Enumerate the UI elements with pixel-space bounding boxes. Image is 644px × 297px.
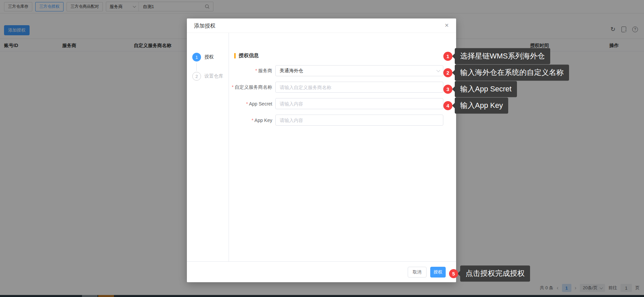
cancel-button[interactable]: 取消 [408,267,427,278]
provider-label: 服务商 [258,68,272,73]
section-accent-bar [234,53,236,58]
app-key-label: App Key [254,118,272,123]
custom-provider-name-input[interactable] [280,85,439,90]
form-row-app-secret: *App Secret [230,98,443,109]
step-badge-2: 2 [443,68,452,77]
custom-provider-name-label: 自定义服务商名称 [235,84,272,90]
provider-select-value: 美通海外仓 [280,68,436,74]
modal-header: 添加授权 × [187,18,456,33]
step-1-label: 授权 [204,54,214,60]
modal-footer: 取消 授权 [187,261,456,282]
step-set-warehouse: 2 设置仓库 [192,72,223,81]
tooltip-app-secret: 输入App Secret [455,81,517,97]
provider-select[interactable]: 美通海外仓 [275,65,443,76]
chevron-down-icon [436,68,440,72]
required-asterisk: * [246,101,248,107]
form-row-app-key: *App Key [230,115,443,126]
step-badge-5: 5 [449,269,458,278]
section-header: 授权信息 [234,52,259,59]
required-asterisk: * [252,118,253,123]
tooltip-custom-name: 输入海外仓在系统的自定义名称 [455,65,569,81]
authorize-button[interactable]: 授权 [430,267,446,278]
step-connector-line [196,63,197,71]
app-secret-label: App Secret [249,101,272,107]
step-badge-1: 1 [443,52,452,61]
step-badge-4: 4 [443,101,452,110]
required-asterisk: * [232,84,234,90]
tooltip-select-provider: 选择星链WMS系列海外仓 [455,48,550,64]
add-authorization-modal: 添加授权 × 1 授权 2 设置仓库 授权信息 *服务商 美通海外仓 [187,18,456,282]
tooltip-confirm-authorize: 点击授权完成授权 [460,265,530,282]
tooltip-app-key: 输入App Key [455,97,508,114]
modal-body: 1 授权 2 设置仓库 授权信息 *服务商 美通海外仓 *自定义服务商名称 [187,33,456,261]
modal-title: 添加授权 [194,18,215,33]
step-authorization: 1 授权 [192,53,214,61]
form-row-custom-provider-name: *自定义服务商名称 [230,82,443,93]
app-key-input[interactable] [280,118,439,123]
step-1-circle: 1 [192,53,201,61]
step-2-label: 设置仓库 [204,73,223,79]
step-2-circle: 2 [192,72,201,81]
close-icon[interactable]: × [445,22,449,29]
step-badge-3: 3 [443,85,452,94]
screen: 三方仓库存 三方仓授权 三方仓商品配对 服务商 添加授权 ↻ ? ? 账号ID … [0,0,644,297]
required-asterisk: * [255,68,257,73]
form-row-provider: *服务商 美通海外仓 [230,65,443,76]
steps-divider [229,33,229,261]
section-title: 授权信息 [239,52,259,59]
app-secret-input[interactable] [280,101,439,107]
